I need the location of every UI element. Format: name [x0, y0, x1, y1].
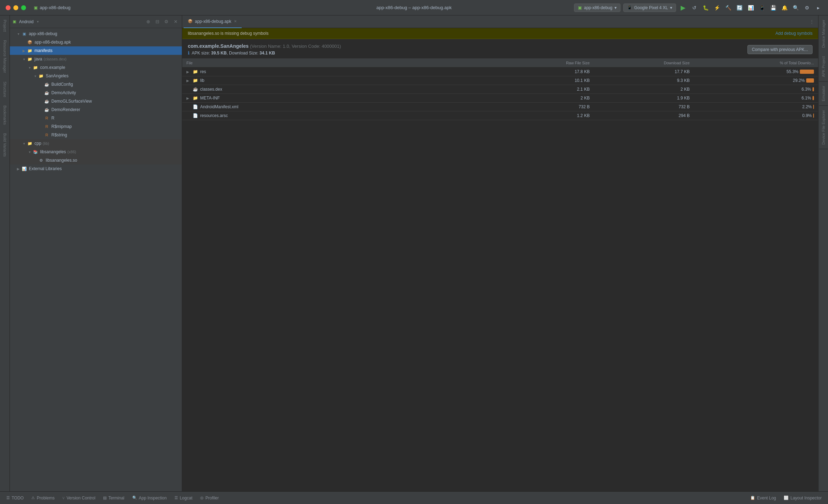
app-inspection-button[interactable]: 🔍 App Inspection: [129, 492, 170, 504]
bookmarks-label[interactable]: Bookmarks: [1, 101, 9, 129]
sync-button[interactable]: 🔄: [735, 4, 744, 12]
notification-button[interactable]: 🔔: [780, 4, 789, 12]
layout-inspector-button[interactable]: ⬜ Layout Inspector: [780, 492, 825, 504]
run-button[interactable]: ▶: [679, 4, 687, 12]
tab-close-apk[interactable]: ✕: [233, 19, 237, 24]
apk-project-label[interactable]: APK Project: [819, 52, 828, 82]
event-log-button[interactable]: 📋 Event Log: [747, 492, 779, 504]
build-button[interactable]: 🔨: [724, 4, 732, 12]
tree-item-rmipmap[interactable]: ▶ R R$mipmap: [10, 122, 182, 131]
tree-item-java[interactable]: ▾ 📁 java (classes.dex): [10, 55, 182, 63]
emulator-label[interactable]: Emulator: [819, 82, 828, 106]
tree-item-demoactivity[interactable]: ▶ ☕ DemoActivity: [10, 89, 182, 97]
r-icon: R: [44, 115, 50, 121]
expand-row-arrow[interactable]: ▶: [186, 96, 191, 100]
problems-button[interactable]: ⚠ Problems: [28, 492, 58, 504]
expand-arrow-cpp: ▾: [21, 141, 27, 146]
minimize-button[interactable]: [13, 5, 18, 10]
device-file-explorer-label[interactable]: Device File Explorer: [819, 106, 828, 149]
percent-value: 6.3%: [802, 87, 811, 92]
settings-button[interactable]: ⚙: [803, 4, 811, 12]
rerun-button[interactable]: ↺: [690, 4, 699, 12]
tree-item-libsa[interactable]: ▾ 📚 libsanangeles (x86): [10, 148, 182, 156]
tab-more-button[interactable]: ⋮: [807, 19, 817, 24]
profile-button[interactable]: 📊: [746, 4, 755, 12]
maximize-button[interactable]: [21, 5, 26, 10]
tree-item-apk[interactable]: ▶ 📦 app-x86-debug.apk: [10, 38, 182, 46]
download-size-value: 34.1 KB: [260, 51, 275, 56]
expand-row-arrow[interactable]: ▶: [186, 70, 191, 74]
layout-inspector-label: Layout Inspector: [790, 496, 822, 500]
device-dropdown[interactable]: 📱 Google Pixel 4 XL ▾: [623, 4, 676, 12]
tree-item-r[interactable]: ▶ R R: [10, 114, 182, 122]
tree-item-app-root[interactable]: ▾ ▣ app-x86-debug: [10, 30, 182, 38]
gear-action[interactable]: ⚙: [163, 18, 170, 25]
project-name: app-x86-debug: [40, 5, 70, 10]
table-row[interactable]: 📄resources.arsc1.2 KB294 B0.9%: [182, 111, 818, 120]
debug-button[interactable]: 🐛: [701, 4, 710, 12]
col-raw-size: Raw File Size: [500, 59, 594, 67]
panel-title: Android: [19, 19, 33, 24]
add-debug-symbols-link[interactable]: Add debug symbols: [776, 31, 813, 36]
bottom-bar: ☰ TODO ⚠ Problems ⑂ Version Control ▤ Te…: [0, 491, 828, 504]
file-name-text: lib: [200, 78, 204, 83]
close-panel-action[interactable]: ✕: [172, 18, 179, 25]
tree-item-cpp[interactable]: ▾ 📁 cpp (lib): [10, 139, 182, 148]
terminal-button[interactable]: ▤ Terminal: [100, 492, 128, 504]
file-type-icon: 📁: [193, 69, 198, 74]
expand-arrow-ext: ▶: [15, 166, 21, 172]
percent-cell: 0.9%: [694, 111, 818, 120]
close-button[interactable]: [6, 5, 11, 10]
tree-item-manifests[interactable]: ▶ 📁 manifests: [10, 46, 182, 55]
config-dropdown[interactable]: ▣ app-x86-debug ▾: [574, 4, 620, 12]
table-row[interactable]: ▶📁res17.8 KB17.7 KB55.3%: [182, 67, 818, 76]
table-row[interactable]: ▶📁META-INF2 KB1.9 KB6.1%: [182, 94, 818, 103]
percent-value: 6.1%: [802, 96, 811, 101]
apk-icon: 📦: [27, 39, 33, 45]
tree-item-sanangeles[interactable]: ▾ 📁 SanAngeles: [10, 72, 182, 80]
file-type-icon: ☕: [193, 87, 198, 92]
app-inspection-icon: 🔍: [132, 496, 137, 500]
table-row[interactable]: ▶📁lib10.1 KB9.3 KB29.2%: [182, 76, 818, 85]
build-variants-label[interactable]: Build Variants: [1, 129, 9, 161]
structure-label[interactable]: Structure: [1, 77, 9, 102]
file-name-cell: ☕classes.dex: [182, 85, 500, 94]
device-mgr-button[interactable]: 📱: [758, 4, 766, 12]
version-control-button[interactable]: ⑂ Version Control: [59, 492, 99, 504]
device-manager-label[interactable]: Device Manager: [819, 15, 828, 52]
sdk-button[interactable]: 💾: [769, 4, 777, 12]
tree-item-com-example[interactable]: ▾ 📁 com.example: [10, 63, 182, 72]
col-download-size: Download Size: [594, 59, 694, 67]
more-button[interactable]: ▸: [814, 4, 822, 12]
tab-apk[interactable]: 📦 app-x86-debug.apk ✕: [184, 15, 242, 28]
spacer-dgl: ▶: [38, 98, 44, 104]
tree-item-ext-libs[interactable]: ▶ 📊 External Libraries: [10, 164, 182, 173]
todo-label: TODO: [12, 496, 24, 500]
expand-row-arrow[interactable]: ▶: [186, 79, 191, 83]
tree-item-buildconfig[interactable]: ▶ ☕ BuildConfig: [10, 80, 182, 89]
apk-size-value: 39.5 KB: [211, 51, 227, 56]
download-size-cell: 2 KB: [594, 85, 694, 94]
tree-item-demorenderer[interactable]: ▶ ☕ DemoRenderer: [10, 105, 182, 114]
project-side-label[interactable]: Project: [1, 15, 9, 36]
file-name-cell: ▶📁res: [182, 67, 500, 76]
panel-dropdown-arrow[interactable]: ▾: [37, 20, 39, 24]
attach-button[interactable]: ⚡: [713, 4, 721, 12]
expand-all-action[interactable]: ⊕: [145, 18, 152, 25]
file-type-icon: 📄: [193, 104, 198, 109]
compare-button[interactable]: Compare with previous APK...: [747, 45, 813, 54]
collapse-action[interactable]: ⊟: [154, 18, 161, 25]
resource-manager-label[interactable]: Resource Manager: [1, 36, 9, 77]
download-size-cell: 17.7 KB: [594, 67, 694, 76]
tree-item-demoglsurface[interactable]: ▶ ☕ DemoGLSurfaceView: [10, 97, 182, 105]
tree-label-apk: app-x86-debug.apk: [34, 40, 71, 45]
profiler-button[interactable]: ◎ Profiler: [197, 492, 222, 504]
logcat-button[interactable]: ☰ Logcat: [171, 492, 196, 504]
folder-icon-java: 📁: [27, 56, 33, 62]
tree-item-libsa-so[interactable]: ▶ ⚙ libsanangeles.so: [10, 156, 182, 164]
tree-item-rstring[interactable]: ▶ R R$string: [10, 131, 182, 139]
table-row[interactable]: ☕classes.dex2.1 KB2 KB6.3%: [182, 85, 818, 94]
search-button[interactable]: 🔍: [791, 4, 800, 12]
todo-button[interactable]: ☰ TODO: [3, 492, 27, 504]
table-row[interactable]: 📄AndroidManifest.xml732 B732 B2.2%: [182, 103, 818, 111]
